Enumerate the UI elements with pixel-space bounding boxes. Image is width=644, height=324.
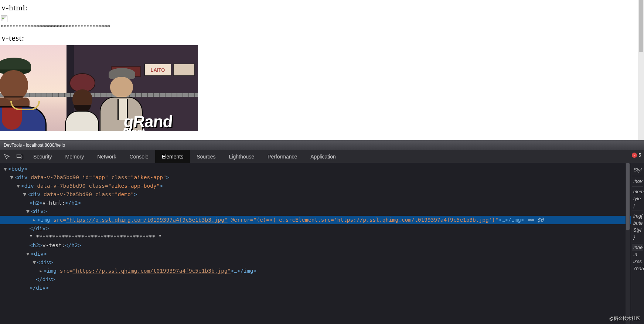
inspect-element-icon[interactable]	[0, 150, 13, 163]
styles-line: Styl	[632, 226, 643, 233]
error-count: 5	[638, 153, 641, 158]
tab-application[interactable]: Application	[304, 150, 343, 163]
dom-tree[interactable]: ▼<body> ▼<div data-v-7ba5bd90 id="app" c…	[0, 163, 631, 324]
devtools-tabstrip: Security Memory Network Console Elements…	[0, 150, 644, 163]
devtools-titlebar: DevTools - localhost:8080/hello	[0, 140, 644, 150]
styles-line: 7ha5	[632, 265, 643, 272]
error-counter[interactable]: × 5	[632, 153, 641, 158]
styles-line: elem	[632, 188, 643, 195]
watermark: @掘金技术社区	[609, 316, 640, 322]
separator-stars: *************************************	[1, 24, 644, 30]
styles-line: .a	[632, 251, 643, 258]
styles-line: img[	[632, 212, 643, 219]
svg-rect-0	[17, 154, 21, 157]
styles-line: }	[632, 233, 643, 241]
broken-image-icon	[1, 16, 7, 22]
device-toolbar-icon[interactable]	[13, 150, 27, 163]
devtools-title-text: DevTools - localhost:8080/hello	[4, 143, 65, 148]
styles-hov[interactable]: :hov	[632, 178, 643, 185]
tab-elements[interactable]: Elements	[155, 150, 190, 163]
tab-sources[interactable]: Sources	[190, 150, 222, 163]
tab-security[interactable]: Security	[27, 150, 59, 163]
styles-line: bute	[632, 219, 643, 226]
tab-lighthouse[interactable]: Lighthouse	[222, 150, 261, 163]
tab-performance[interactable]: Performance	[261, 150, 304, 163]
styles-inherited: Inhe	[632, 244, 643, 251]
svg-rect-1	[21, 155, 23, 159]
page-scrollbar[interactable]	[638, 0, 644, 140]
styles-line: }	[632, 202, 643, 209]
dom-selected-row[interactable]: ▸<img src="https://p.ssl.qhimg.com/t0199…	[0, 216, 631, 224]
illustration-image: LAITO gRandthoct	[0, 45, 198, 131]
styles-tab[interactable]: Styl	[632, 165, 643, 174]
styles-line: ikes	[632, 258, 643, 265]
styles-line: tyle	[632, 195, 643, 202]
page-viewport: v-html: ********************************…	[0, 0, 644, 140]
dom-scrollbar[interactable]	[626, 163, 630, 324]
elements-panel: ▼<body> ▼<div data-v-7ba5bd90 id="app" c…	[0, 163, 644, 324]
styles-sidebar[interactable]: Styl :hov elem tyle } img[ bute Styl } I…	[631, 163, 644, 324]
tab-network[interactable]: Network	[91, 150, 123, 163]
error-icon: ×	[632, 153, 637, 158]
heading-v-html: v-html:	[1, 3, 644, 13]
heading-v-test: v-test:	[1, 33, 644, 43]
tab-memory[interactable]: Memory	[59, 150, 91, 163]
tab-console[interactable]: Console	[123, 150, 155, 163]
